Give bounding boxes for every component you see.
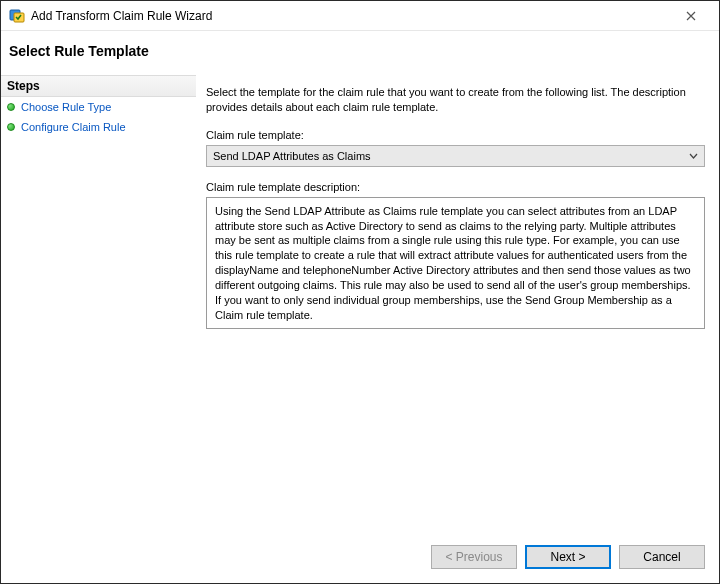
steps-heading: Steps [1, 75, 196, 97]
page-header: Select Rule Template [1, 31, 719, 75]
close-button[interactable] [671, 1, 711, 30]
button-row: < Previous Next > Cancel [1, 535, 719, 583]
wizard-body: Steps Choose Rule Type Configure Claim R… [1, 75, 719, 535]
wizard-window: Add Transform Claim Rule Wizard Select R… [0, 0, 720, 584]
step-bullet-icon [7, 103, 15, 111]
page-title: Select Rule Template [9, 43, 711, 59]
step-choose-rule-type[interactable]: Choose Rule Type [1, 97, 196, 117]
titlebar: Add Transform Claim Rule Wizard [1, 1, 719, 31]
previous-button: < Previous [431, 545, 517, 569]
window-title: Add Transform Claim Rule Wizard [31, 9, 665, 23]
next-button[interactable]: Next > [525, 545, 611, 569]
description-label: Claim rule template description: [206, 181, 705, 193]
select-value: Send LDAP Attributes as Claims [213, 150, 371, 162]
step-bullet-icon [7, 123, 15, 131]
steps-sidebar: Steps Choose Rule Type Configure Claim R… [1, 75, 196, 535]
step-configure-claim-rule[interactable]: Configure Claim Rule [1, 117, 196, 137]
app-icon [9, 8, 25, 24]
cancel-button[interactable]: Cancel [619, 545, 705, 569]
claim-rule-template-select[interactable]: Send LDAP Attributes as Claims [206, 145, 705, 167]
intro-text: Select the template for the claim rule t… [206, 85, 705, 115]
close-icon [686, 11, 696, 21]
template-description: Using the Send LDAP Attribute as Claims … [206, 197, 705, 330]
step-label: Choose Rule Type [21, 101, 111, 113]
step-label: Configure Claim Rule [21, 121, 126, 133]
chevron-down-icon [689, 150, 698, 161]
main-panel: Select the template for the claim rule t… [196, 75, 719, 535]
template-label: Claim rule template: [206, 129, 705, 141]
